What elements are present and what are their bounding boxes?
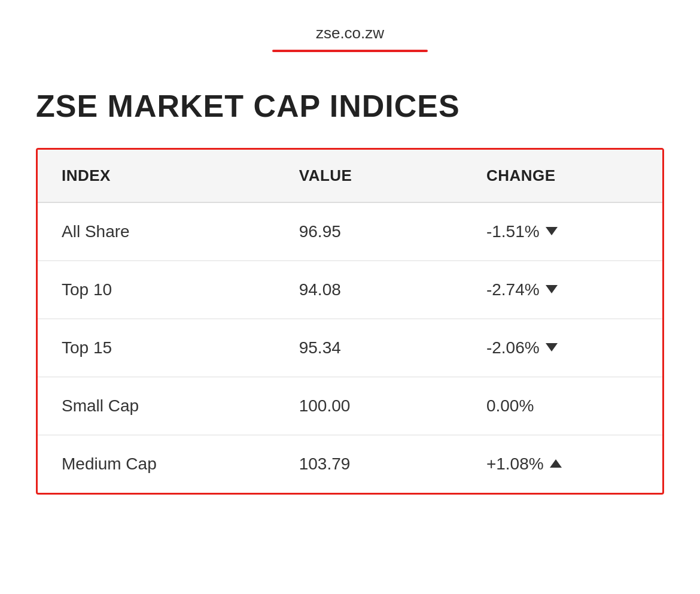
header-index: INDEX [38,150,275,202]
cell-change: -2.74% [462,261,662,319]
change-value: 0.00% [486,396,534,416]
indices-table-container: INDEX VALUE CHANGE All Share96.95-1.51%T… [36,148,664,495]
cell-value: 95.34 [275,319,462,377]
cell-index: Small Cap [38,377,275,435]
table-row: Medium Cap103.79+1.08% [38,435,662,493]
cell-change: -1.51% [462,202,662,261]
cell-value: 96.95 [275,202,462,261]
cell-value: 94.08 [275,261,462,319]
arrow-down-icon [546,343,558,351]
page-title: ZSE MARKET CAP INDICES [36,88,664,124]
arrow-down-icon [546,227,558,235]
cell-value: 100.00 [275,377,462,435]
cell-index: Top 10 [38,261,275,319]
table-row: All Share96.95-1.51% [38,202,662,261]
cell-change: 0.00% [462,377,662,435]
site-url: zse.co.zw [36,24,664,43]
cell-change: +1.08% [462,435,662,493]
header-value: VALUE [275,150,462,202]
cell-change: -2.06% [462,319,662,377]
change-value: -2.74% [486,280,540,299]
table-row: Top 1094.08-2.74% [38,261,662,319]
table-row: Small Cap100.000.00% [38,377,662,435]
red-underline-decoration [272,50,428,52]
table-row: Top 1595.34-2.06% [38,319,662,377]
cell-index: Top 15 [38,319,275,377]
change-value: +1.08% [486,454,544,474]
header-change: CHANGE [462,150,662,202]
cell-index: All Share [38,202,275,261]
page-wrapper: zse.co.zw ZSE MARKET CAP INDICES INDEX V… [0,0,700,594]
cell-index: Medium Cap [38,435,275,493]
change-value: -1.51% [486,222,540,241]
arrow-up-icon [550,459,562,468]
table-header-row: INDEX VALUE CHANGE [38,150,662,202]
indices-table: INDEX VALUE CHANGE All Share96.95-1.51%T… [38,150,662,493]
cell-value: 103.79 [275,435,462,493]
arrow-down-icon [546,285,558,293]
change-value: -2.06% [486,338,540,357]
